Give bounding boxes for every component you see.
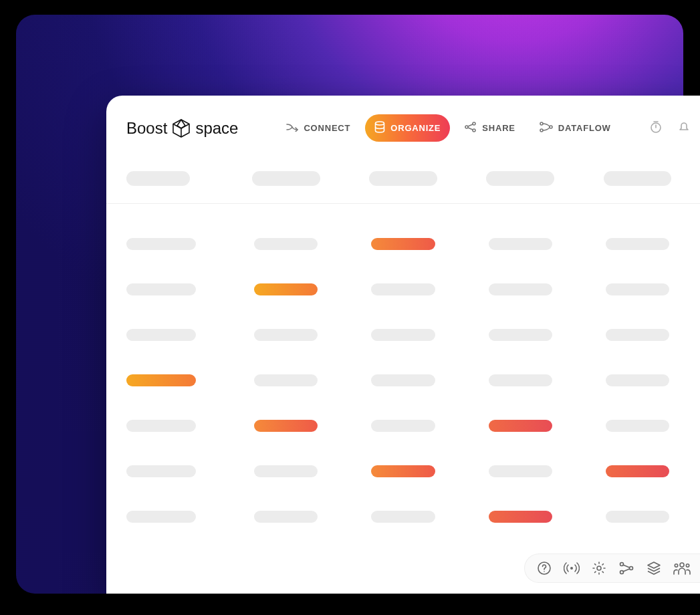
header: Boost space C xyxy=(106,96,700,158)
cell xyxy=(371,283,435,295)
bell-icon[interactable] xyxy=(677,120,691,136)
column-header xyxy=(369,171,437,186)
cell-highlighted xyxy=(126,374,196,386)
cell xyxy=(606,329,669,341)
cell-highlighted xyxy=(254,420,318,432)
svg-point-14 xyxy=(630,567,633,570)
svg-point-16 xyxy=(675,564,677,567)
cell-highlighted xyxy=(371,465,435,477)
svg-point-17 xyxy=(686,564,689,567)
cell xyxy=(489,374,552,386)
logo[interactable]: Boost space xyxy=(126,118,238,138)
cell xyxy=(126,283,196,295)
nav-label: SHARE xyxy=(482,123,515,133)
nav-share[interactable]: SHARE xyxy=(455,115,525,141)
cell xyxy=(126,511,196,523)
header-tools xyxy=(649,120,700,136)
table-row xyxy=(106,494,700,539)
cell xyxy=(606,420,669,432)
data-grid xyxy=(106,171,700,539)
table-row xyxy=(106,403,700,449)
table-row xyxy=(106,221,700,267)
nav-dataflow[interactable]: DATAFLOW xyxy=(530,115,620,141)
network-icon[interactable] xyxy=(618,561,634,576)
grid-header-row xyxy=(106,171,700,204)
svg-point-15 xyxy=(680,563,684,567)
team-icon[interactable] xyxy=(673,561,691,576)
bottom-toolbar xyxy=(524,554,700,583)
cell xyxy=(371,511,435,523)
cell xyxy=(489,238,552,250)
svg-point-10 xyxy=(570,567,573,570)
nav-label: DATAFLOW xyxy=(558,123,611,133)
cell xyxy=(126,238,196,250)
column-header xyxy=(486,171,554,186)
nav-label: ORGANIZE xyxy=(390,123,441,133)
nav-connect[interactable]: CONNECT xyxy=(277,116,360,140)
column-header xyxy=(604,171,672,186)
cell-highlighted xyxy=(489,420,552,432)
cell xyxy=(606,283,669,295)
primary-nav: CONNECT ORGANIZE xyxy=(277,114,620,142)
cell xyxy=(254,374,318,386)
logo-text-space: space xyxy=(195,119,238,138)
cell xyxy=(606,238,669,250)
cell xyxy=(254,238,318,250)
cell xyxy=(126,329,196,341)
nav-organize[interactable]: ORGANIZE xyxy=(365,114,450,142)
svg-point-11 xyxy=(597,566,601,570)
database-icon xyxy=(374,121,385,135)
table-row xyxy=(106,358,700,403)
logo-cube-icon xyxy=(171,118,191,138)
column-header xyxy=(252,171,320,186)
cell xyxy=(254,511,318,523)
share-icon xyxy=(465,122,477,134)
cell xyxy=(126,420,196,432)
svg-point-0 xyxy=(376,122,384,125)
cell xyxy=(254,465,318,477)
cell xyxy=(371,329,435,341)
cell-highlighted xyxy=(371,238,435,250)
cell-highlighted xyxy=(254,283,318,295)
cell xyxy=(371,420,435,432)
cell xyxy=(254,329,318,341)
nav-label: CONNECT xyxy=(304,123,350,133)
table-row xyxy=(106,267,700,312)
cell xyxy=(606,374,669,386)
flow-icon xyxy=(540,122,553,134)
logo-text-boost: Boost xyxy=(126,119,167,138)
table-row xyxy=(106,312,700,358)
svg-point-9 xyxy=(544,571,545,572)
cell xyxy=(126,465,196,477)
cell xyxy=(606,511,669,523)
gear-icon[interactable] xyxy=(592,561,606,576)
help-icon[interactable] xyxy=(537,561,552,576)
table-row xyxy=(106,449,700,494)
cell-highlighted xyxy=(606,465,669,477)
cell xyxy=(489,465,552,477)
timer-icon[interactable] xyxy=(649,120,663,136)
cell xyxy=(371,374,435,386)
column-header xyxy=(126,171,190,186)
cell xyxy=(489,329,552,341)
grid-body xyxy=(106,204,700,539)
app-window: Boost space C xyxy=(106,96,700,594)
broadcast-icon[interactable] xyxy=(564,561,580,576)
cell xyxy=(489,283,552,295)
cell-highlighted xyxy=(489,511,552,523)
merge-icon xyxy=(286,122,298,134)
layers-icon[interactable] xyxy=(647,561,661,576)
